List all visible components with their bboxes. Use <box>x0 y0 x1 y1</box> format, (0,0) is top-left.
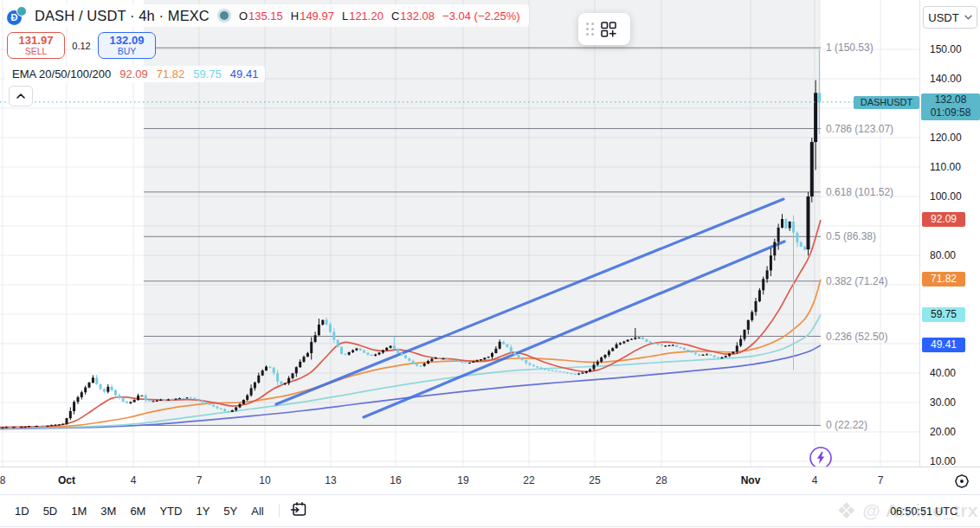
time-tick: Nov <box>735 474 766 486</box>
range-6m[interactable]: 6M <box>124 500 152 522</box>
time-tick: 8 <box>0 474 18 486</box>
floating-drawing-toolbar[interactable] <box>578 13 630 45</box>
price-tick: 140.00 <box>930 73 962 85</box>
sell-button[interactable]: 131.97 SELL <box>7 32 65 59</box>
sell-label: SELL <box>25 47 48 57</box>
price-tick: 100.00 <box>930 190 962 203</box>
price-tick: 150.00 <box>930 43 962 55</box>
ema200-legend-value: 49.41 <box>230 68 259 80</box>
calendar-icon <box>290 500 308 518</box>
chevron-down-icon <box>964 15 972 20</box>
add-layout-icon[interactable] <box>599 20 618 39</box>
chart-plot-area: 1 (150.53)0.786 (123.07)0.618 (101.52)0.… <box>0 0 919 467</box>
ema-legend[interactable]: EMA 20/50/100/200 92.09 71.82 59.75 49.4… <box>5 66 265 82</box>
price-axis[interactable]: USDT 150.00140.00120.00110.00100.0080.00… <box>919 0 980 467</box>
svg-text:0.236 (52.50): 0.236 (52.50) <box>826 331 887 343</box>
svg-text:0.618 (101.52): 0.618 (101.52) <box>826 186 893 198</box>
low-key: L <box>342 10 348 23</box>
time-tick: 7 <box>184 474 215 486</box>
ema-axis-tag: 59.75 <box>922 307 965 322</box>
last-price: 132.08 <box>921 93 980 107</box>
price-tick: 20.00 <box>930 426 956 438</box>
range-all[interactable]: All <box>245 500 269 522</box>
dash-pair-logo-icon: Đ <box>7 6 28 25</box>
price-tick: 110.00 <box>930 161 961 173</box>
svg-text:1 (150.53): 1 (150.53) <box>826 42 874 54</box>
market-status-dot-icon <box>220 11 229 20</box>
svg-text:0.786 (123.07): 0.786 (123.07) <box>826 123 893 135</box>
range-1m[interactable]: 1M <box>65 500 93 522</box>
go-to-date-button[interactable] <box>287 499 312 523</box>
time-tick: 7 <box>865 474 896 486</box>
range-1y[interactable]: 1Y <box>190 500 216 522</box>
currency-selector[interactable]: USDT <box>923 6 977 29</box>
collapse-legend-button[interactable] <box>9 86 33 106</box>
range-buttons: 1D5D1M3M6MYTD1Y5YAll <box>9 500 272 522</box>
buy-price: 132.09 <box>110 35 145 47</box>
utc-clock[interactable]: 06:50:51 UTC <box>890 505 957 518</box>
time-tick: 19 <box>448 474 479 486</box>
time-tick: 13 <box>315 474 346 486</box>
ema-axis-tag: 49.41 <box>922 338 965 352</box>
ohlc-readout: O135.15 H149.97 L121.20 C132.08 −3.04 (−… <box>239 10 520 23</box>
sell-price: 131.97 <box>19 35 54 47</box>
bottom-toolbar: 1D5D1M3M6MYTD1Y5YAll 06:50:51 UTC ❖ @ Am… <box>0 494 980 527</box>
time-axis[interactable]: 8Oct4710131619222528Nov47 <box>0 467 980 494</box>
ema-axis-tag: 92.09 <box>922 212 965 227</box>
bar-countdown: 01:09:58 <box>921 106 980 120</box>
time-tick: 22 <box>513 474 545 486</box>
time-tick: 16 <box>380 474 411 486</box>
chevron-up-icon <box>16 93 26 100</box>
exchange-badge-icon <box>16 6 27 16</box>
last-price-countdown-tag: 132.08 01:09:58 <box>921 93 980 120</box>
range-5d[interactable]: 5D <box>37 500 64 522</box>
symbol-price-tag: DASHUSDT <box>854 96 919 109</box>
range-5y[interactable]: 5Y <box>217 500 243 522</box>
toolbar-divider <box>279 504 280 518</box>
ema20-legend-value: 92.09 <box>119 68 148 80</box>
chart-settings-button[interactable] <box>954 473 970 489</box>
watermark-diamond-icon: ❖ <box>836 498 856 525</box>
ema-axis-tag: 71.82 <box>922 272 965 287</box>
ema-legend-label: EMA 20/50/100/200 <box>12 68 111 80</box>
time-tick: 4 <box>799 474 830 486</box>
price-tick: 10.00 <box>930 455 956 467</box>
price-tick: 40.00 <box>930 367 956 379</box>
symbol-title[interactable]: DASH / USDT · 4h · MEXC <box>35 8 210 24</box>
drag-handle-icon[interactable] <box>586 23 594 35</box>
trade-buttons: 131.97 SELL 0.12 132.09 BUY <box>7 32 156 59</box>
low-value: 121.20 <box>349 10 384 23</box>
price-tick: 80.00 <box>930 249 956 261</box>
currency-label: USDT <box>928 11 958 24</box>
ema100-legend-value: 59.75 <box>193 68 222 80</box>
symbol-legend: Đ DASH / USDT · 4h · MEXC O135.15 H149.9… <box>5 4 529 27</box>
close-value: 132.08 <box>400 10 435 23</box>
change-value: −3.04 (−2.25%) <box>442 10 520 23</box>
time-tick: Oct <box>51 474 82 486</box>
trading-chart-app: 1 (150.53)0.786 (123.07)0.618 (101.52)0.… <box>0 0 980 528</box>
gear-icon <box>954 473 970 489</box>
svg-text:0.382 (71.24): 0.382 (71.24) <box>826 275 887 287</box>
range-ytd[interactable]: YTD <box>153 500 188 522</box>
time-tick: 10 <box>249 474 280 486</box>
close-key: C <box>391 10 399 23</box>
buy-button[interactable]: 132.09 BUY <box>98 32 156 59</box>
range-1d[interactable]: 1D <box>9 500 35 522</box>
high-key: H <box>291 10 299 23</box>
price-tick: 120.00 <box>930 132 962 144</box>
ema50-legend-value: 71.82 <box>157 68 185 80</box>
range-3m[interactable]: 3M <box>94 500 122 522</box>
time-tick: 25 <box>579 474 610 486</box>
time-tick: 28 <box>646 474 677 486</box>
spread-value: 0.12 <box>65 41 98 51</box>
svg-text:0.5 (86.38): 0.5 (86.38) <box>826 230 876 242</box>
open-value: 135.15 <box>248 10 283 23</box>
svg-text:0 (22.22): 0 (22.22) <box>826 419 867 431</box>
high-value: 149.97 <box>300 10 334 23</box>
open-key: O <box>239 10 248 23</box>
price-tick: 30.00 <box>930 396 956 409</box>
time-tick: 4 <box>118 474 149 486</box>
buy-label: BUY <box>118 47 137 57</box>
